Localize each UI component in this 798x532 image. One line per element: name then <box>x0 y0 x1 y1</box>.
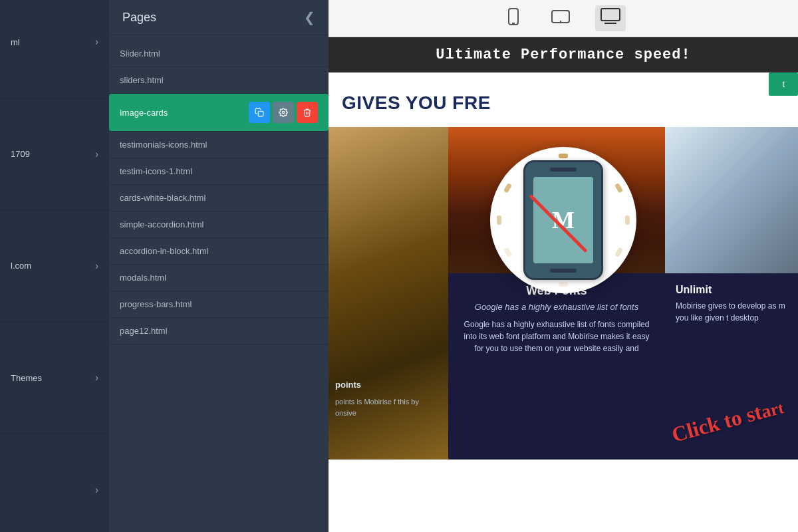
points-label: points <box>335 378 428 392</box>
svg-rect-9 <box>559 154 568 158</box>
svg-rect-15 <box>559 282 568 287</box>
svg-rect-6 <box>601 9 620 21</box>
svg-rect-12 <box>625 215 630 225</box>
preview-banner: Ultimate Performance speed! <box>329 37 798 72</box>
preview-content: Ultimate Performance speed! GIVES YOU FR… <box>329 37 798 532</box>
sidebar-divider-2 <box>0 209 109 210</box>
copy-page-button[interactable] <box>249 102 270 123</box>
page-item-image-cards[interactable]: Image-cards <box>109 94 329 132</box>
chevron-icon-themes: › <box>95 372 98 384</box>
desktop-view-button[interactable] <box>595 5 626 31</box>
unlimited-title: Unlimit <box>676 284 787 296</box>
page-item-label-testimonials: testimonials-icons.html <box>120 140 318 150</box>
sidebar-label-1: ml <box>11 37 20 47</box>
chevron-icon-2: › <box>95 148 98 160</box>
page-item-accordion-block[interactable]: accordion-in-block.html <box>109 238 329 265</box>
sidebar-label-3: l.com <box>11 261 31 271</box>
page-item-label-image-cards: Image-cards <box>120 108 246 118</box>
sidebar-label-2: 1709 <box>11 149 30 159</box>
page-item-page12[interactable]: page12.html <box>109 318 329 344</box>
page-item-label-sliders: sliders.html <box>120 75 318 85</box>
page-item-label-simple-accordion: simple-accordion.html <box>120 219 318 229</box>
click-to-start-overlay: Click to start <box>670 408 785 433</box>
page-item-cards-wb[interactable]: cards-white-black.html <box>109 185 329 211</box>
page-item-label-progress-bars: progress-bars.html <box>120 299 318 309</box>
device-toolbar <box>329 0 798 37</box>
page-item-label-accordion-block: accordion-in-block.html <box>120 246 318 256</box>
chevron-icon-1: › <box>95 36 98 48</box>
page-item-testimonials[interactable]: testimonials-icons.html <box>109 132 329 158</box>
points-text: points points is Mobirise f this by onsi… <box>329 378 435 420</box>
page-item-label-page12: page12.html <box>120 326 318 336</box>
page-item-label-testim-icons: testim-icons-1.html <box>120 166 318 176</box>
web-fonts-body: Google has a highly exhaustive list of f… <box>459 319 654 354</box>
page-item-simple-accordion[interactable]: simple-accordion.html <box>109 211 329 238</box>
card-left: points points is Mobirise f this by onsi… <box>329 127 448 460</box>
page-item-label-cards-wb: cards-white-black.html <box>120 193 318 203</box>
hero-title: GIVES YOU FRE <box>342 92 491 113</box>
svg-rect-17 <box>503 247 512 257</box>
page-item-progress-bars[interactable]: progress-bars.html <box>109 291 329 318</box>
mobile-overlay: M <box>490 147 636 293</box>
mobile-view-button[interactable] <box>501 5 526 31</box>
sidebar-item-themes[interactable]: Themes › <box>0 360 109 396</box>
web-fonts-subtitle: Google has a highly exhaustive list of f… <box>475 302 638 312</box>
unlimited-body: Mobirise gives to develop as m you like … <box>676 300 787 324</box>
sidebar-label-themes: Themes <box>11 373 42 383</box>
svg-rect-19 <box>503 183 512 194</box>
pages-title: Pages <box>122 11 156 25</box>
pages-header: Pages ❮ <box>109 0 329 35</box>
chevron-icon-3: › <box>95 260 98 272</box>
sidebar-item-2[interactable]: 1709 › <box>0 136 109 172</box>
hero-section: GIVES YOU FRE t <box>329 72 798 127</box>
svg-rect-18 <box>497 215 501 225</box>
pages-panel: Pages ❮ Slider.html sliders.html Image-c… <box>109 0 329 532</box>
sidebar: ml › 1709 › l.com › Themes › › <box>0 0 109 532</box>
phone-bottom-bar <box>550 269 577 273</box>
cards-area: points points is Mobirise f this by onsi… <box>329 127 798 460</box>
banner-text: Ultimate Performance speed! <box>436 47 690 63</box>
sidebar-divider-1 <box>0 98 109 98</box>
svg-rect-2 <box>509 9 518 25</box>
sidebar-item-1[interactable]: ml › <box>0 24 109 60</box>
sidebar-divider-4 <box>0 434 109 434</box>
page-item-sliders[interactable]: sliders.html <box>109 67 329 94</box>
preview-area: Ultimate Performance speed! GIVES YOU FR… <box>329 37 798 532</box>
svg-point-1 <box>282 111 285 114</box>
sidebar-item-5[interactable]: › <box>0 472 109 508</box>
page-item-slider[interactable]: Slider.html <box>109 41 329 67</box>
sidebar-divider-3 <box>0 322 109 323</box>
page-item-testim-icons[interactable]: testim-icons-1.html <box>109 158 329 185</box>
mobile-circle: M <box>490 147 636 293</box>
close-pages-button[interactable]: ❮ <box>304 9 315 25</box>
page-item-label-modals: modals.html <box>120 273 318 283</box>
card-right-image <box>665 127 798 273</box>
main-area: Ultimate Performance speed! GIVES YOU FR… <box>329 0 798 532</box>
page-item-label-slider: Slider.html <box>120 49 318 59</box>
tablet-view-button[interactable] <box>546 7 575 30</box>
svg-rect-0 <box>258 111 263 116</box>
phone-device-icon: M <box>523 160 603 280</box>
page-item-modals[interactable]: modals.html <box>109 265 329 291</box>
card-center-content: Web Fonts Google has a highly exhaustive… <box>448 273 665 460</box>
delete-page-button[interactable] <box>297 102 318 123</box>
sidebar-item-3[interactable]: l.com › <box>0 248 109 284</box>
preview-action-button[interactable]: t <box>769 72 798 96</box>
chevron-icon-5: › <box>95 484 98 496</box>
pages-list: Slider.html sliders.html Image-cards tes… <box>109 35 329 532</box>
phone-top-bar <box>550 168 577 172</box>
svg-rect-13 <box>614 247 623 257</box>
svg-rect-11 <box>614 183 623 194</box>
settings-page-button[interactable] <box>273 102 294 123</box>
points-body: points is Mobirise f this by onsive <box>335 396 428 420</box>
